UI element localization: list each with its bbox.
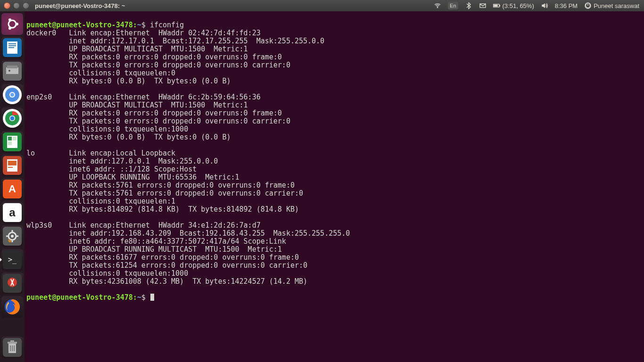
close-button[interactable] [4,2,10,9]
bluetooth-icon[interactable] [465,2,472,9]
svg-rect-28 [8,161,17,165]
svg-rect-4 [494,5,497,7]
launcher-trash[interactable] [1,337,23,358]
terminal[interactable]: puneet@puneet-Vostro-3478:~$ ifconfig do… [25,11,644,362]
launcher-dash[interactable] [1,13,23,35]
session-user: Puneet saraswat [594,2,639,9]
prompt-path: ~ [137,21,141,29]
svg-point-9 [8,27,11,30]
prompt-user-2: puneet@puneet-Vostro-3478 [26,293,133,302]
command-output: docker0 Link encap:Ethernet HWaddr 02:42… [26,29,642,286]
svg-rect-15 [7,66,17,68]
session-menu[interactable]: Puneet saraswat [584,2,639,9]
command-text: ifconfig [150,21,184,29]
battery-label: (3:51, 65%) [503,2,534,9]
system-tray: En (3:51, 65%) 8:36 PM Puneet saraswat [434,2,644,9]
launcher-files[interactable] [1,60,23,82]
prompt-dollar: $ [141,21,146,29]
launcher-chrome[interactable] [1,107,23,129]
volume-icon[interactable] [541,2,548,9]
svg-point-22 [10,116,15,121]
language-label: En [448,2,458,9]
window-title: puneet@puneet-Vostro-3478: ~ [35,2,125,9]
svg-rect-3 [499,5,500,6]
minimize-button[interactable] [13,2,20,9]
launcher-calc[interactable] [1,131,23,153]
launcher-settings[interactable] [1,225,23,247]
svg-point-31 [11,235,14,238]
svg-point-16 [8,70,10,72]
svg-rect-14 [6,67,18,74]
svg-point-8 [8,18,11,21]
svg-rect-40 [10,340,14,342]
prompt-sep: : [133,21,137,29]
launcher-amazon[interactable]: a [1,202,23,223]
launcher-terminal[interactable]: >_ [1,249,23,271]
top-panel: puneet@puneet-Vostro-3478: ~ En (3:51, 6… [0,0,644,11]
svg-rect-24 [8,137,12,140]
launcher-firefox[interactable] [1,296,23,318]
maximize-button[interactable] [23,2,29,9]
launcher-chromium[interactable] [1,84,23,106]
language-indicator[interactable]: En [448,2,458,9]
cursor [150,294,154,301]
wifi-icon[interactable] [434,2,441,9]
svg-point-6 [8,20,16,28]
svg-rect-25 [13,137,17,140]
svg-rect-12 [8,45,16,46]
prompt-user: puneet@puneet-Vostro-3478 [26,21,133,29]
svg-rect-26 [8,141,12,145]
launcher: A a >_ [0,11,25,362]
svg-rect-29 [8,167,13,168]
clock[interactable]: 8:36 PM [555,2,578,9]
launcher-apport[interactable] [1,272,23,294]
svg-point-19 [10,93,14,97]
svg-rect-11 [8,43,16,44]
window-controls [0,2,29,9]
mail-icon[interactable] [479,2,487,9]
launcher-software[interactable]: A [1,178,23,200]
launcher-impress[interactable] [1,155,23,176]
svg-rect-39 [8,342,17,344]
battery-indicator[interactable]: (3:51, 65%) [493,2,534,9]
launcher-writer[interactable] [1,37,23,58]
svg-point-7 [16,23,18,25]
svg-point-0 [437,7,438,8]
svg-rect-13 [8,47,14,48]
